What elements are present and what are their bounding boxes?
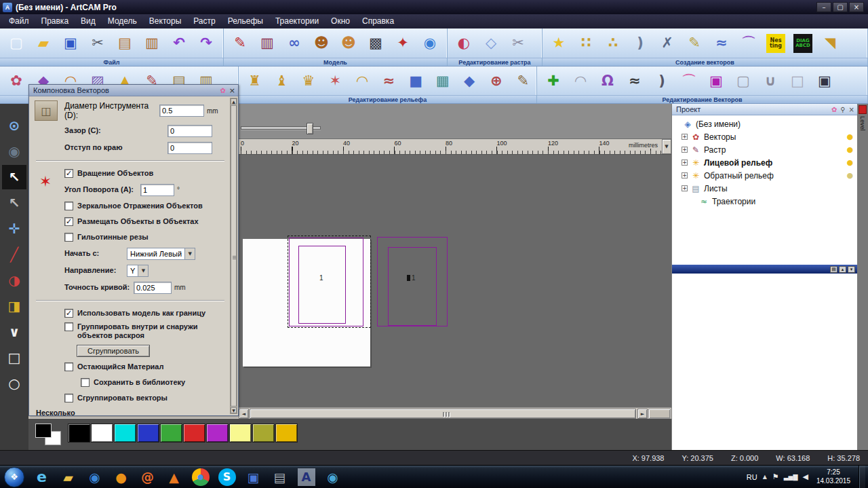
menu-item[interactable]: Рельефы	[222, 14, 269, 29]
explorer-icon[interactable]: ▰	[55, 466, 81, 488]
measure-tool[interactable]: ╱	[2, 242, 26, 267]
omega-wrap-icon[interactable]: Ω	[594, 67, 621, 94]
chevron-down-icon[interactable]: ▼	[184, 248, 195, 259]
envelope-distort-icon[interactable]: ⌒	[735, 29, 762, 58]
level-toolbar-icon[interactable]	[859, 105, 867, 114]
angle-input[interactable]	[140, 184, 174, 196]
foreground-background-swatch[interactable]	[35, 424, 62, 445]
relief-clipart-icon[interactable]: ✿	[3, 67, 30, 94]
redo-icon[interactable]: ↷	[193, 29, 220, 58]
visibility-bulb-icon[interactable]: ●	[846, 158, 853, 167]
docked-toolbar-tab[interactable]: Level	[857, 104, 868, 450]
sphere-view-icon[interactable]: ◉	[416, 29, 443, 58]
vase-shape-icon[interactable]: ♝	[269, 67, 296, 94]
ruler-scroll-button[interactable]: ▼	[662, 139, 671, 154]
tree-item[interactable]: + ✳ Обратный рельеф ●	[672, 169, 857, 182]
fax-icon[interactable]: ▤	[267, 466, 293, 488]
tree-expand-toggle[interactable]: +	[682, 172, 688, 179]
engrave-icon[interactable]: ✎	[509, 67, 536, 94]
open-model-icon[interactable]: ▰	[30, 29, 57, 58]
clock[interactable]: 7:25 14.03.2015	[814, 468, 853, 485]
edit-notes-icon[interactable]: ✎	[226, 29, 254, 58]
rect-vector-icon[interactable]: □	[784, 67, 811, 94]
skype-icon[interactable]: S	[214, 466, 240, 488]
tool-diameter-input[interactable]	[159, 105, 204, 117]
menu-item[interactable]: Траектории	[269, 14, 325, 29]
visibility-bulb-icon[interactable]: ●	[846, 145, 853, 154]
start-button[interactable]: ❖	[4, 467, 24, 487]
scrollbar-thumb[interactable]	[231, 105, 237, 407]
volume-icon[interactable]: ◀	[802, 472, 808, 481]
vlc-icon[interactable]: ▲	[161, 466, 187, 488]
offset-tool[interactable]: ◨	[2, 294, 26, 318]
copy-icon[interactable]: ▤	[111, 29, 138, 58]
rectangle-tool[interactable]: □	[2, 345, 26, 370]
shape-editor-icon[interactable]: ◇	[477, 29, 505, 58]
media-player-icon[interactable]: ◉	[81, 466, 108, 488]
vector-outline-inner[interactable]	[388, 247, 437, 326]
books-icon[interactable]: ▥	[254, 29, 281, 58]
new-model-icon[interactable]: ▢	[3, 29, 30, 58]
visibility-bulb-icon[interactable]: ●	[846, 132, 853, 141]
palette-swatch[interactable]	[275, 424, 298, 443]
tree-item[interactable]: + ✳ Лицевой рельеф ●	[672, 156, 857, 169]
panel-up-button[interactable]: ▴	[839, 266, 846, 273]
chrome-icon[interactable]: ●	[187, 466, 214, 488]
spray-texture-icon[interactable]: ✶	[322, 67, 349, 94]
dialog-close-icon[interactable]: ×	[229, 86, 235, 95]
remaining-material-checkbox[interactable]	[64, 362, 73, 371]
menu-item[interactable]: Растр	[187, 14, 221, 29]
tree-expand-toggle[interactable]: +	[682, 134, 688, 140]
guillotine-checkbox[interactable]	[64, 233, 73, 242]
star-vector-icon[interactable]: ★	[545, 29, 572, 58]
mesh-relief-icon[interactable]: ▦	[429, 67, 456, 94]
selected-vector-group[interactable]: 1	[288, 236, 371, 328]
node-edit-tool[interactable]: ↖	[2, 191, 26, 215]
slider-thumb[interactable]	[307, 123, 313, 134]
menu-item[interactable]: Вид	[75, 14, 102, 29]
palette-swatch[interactable]	[68, 424, 90, 443]
palette-swatch[interactable]	[206, 424, 229, 443]
dome-tool-icon[interactable]: ◠	[567, 67, 594, 94]
menu-item[interactable]: Справка	[356, 14, 400, 29]
transform-tool[interactable]: ✛	[2, 217, 26, 241]
scroll-left-button[interactable]: ◄	[239, 409, 249, 419]
fill-tool[interactable]: ◑	[2, 268, 26, 293]
extrude-block-icon[interactable]: ■	[402, 67, 429, 94]
dome-shape-icon[interactable]: ◠	[349, 67, 376, 94]
group-in-out-checkbox[interactable]	[64, 322, 73, 331]
pin-icon[interactable]: ⚲	[840, 106, 845, 113]
polyline-tool[interactable]: ∨	[2, 320, 26, 344]
vector-outline-inner[interactable]	[298, 246, 346, 324]
paste-along-curve-icon[interactable]: ∴	[599, 29, 627, 58]
star-sphere-icon[interactable]: ⊕	[483, 67, 510, 94]
greyscale-view-icon[interactable]: ▩	[362, 29, 389, 58]
menu-item[interactable]: Окно	[325, 14, 356, 29]
view-3d-tool[interactable]: ◉	[2, 139, 26, 164]
mail-agent-icon[interactable]: @	[134, 466, 161, 488]
scroll-down-button[interactable]: ▼	[231, 407, 237, 413]
tree-expand-toggle[interactable]: +	[682, 159, 688, 166]
minimize-button[interactable]: –	[816, 2, 831, 12]
palette-swatch[interactable]	[252, 424, 275, 443]
facet-relief-icon[interactable]: ◆	[456, 67, 483, 94]
scroll-right-button[interactable]: ►	[637, 409, 648, 419]
nest-inside-checkbox[interactable]: ✓	[64, 217, 73, 226]
group-button[interactable]: Сгруппировать	[77, 345, 150, 357]
select-vectors-tool[interactable]: ↖	[2, 165, 26, 189]
hidden-icons-button[interactable]: ▲	[763, 474, 767, 480]
paste-icon[interactable]: ▥	[138, 29, 165, 58]
stereo-view-icon[interactable]: ∞	[281, 29, 308, 58]
nesting-icon[interactable]: Nes ting	[762, 29, 789, 58]
group-vectors-checkbox[interactable]	[64, 394, 73, 402]
trim-vectors-icon[interactable]: ✗	[654, 29, 681, 58]
backup-icon[interactable]: ▣	[240, 466, 267, 488]
undo-icon[interactable]: ↶	[165, 29, 193, 58]
palette-swatch[interactable]	[229, 424, 252, 443]
maximize-button[interactable]: ▢	[833, 2, 848, 12]
freehand-vector-icon[interactable]: ✎	[681, 29, 708, 58]
smoothing-slider[interactable]	[241, 126, 321, 130]
distort-curve-icon[interactable]: ≈	[621, 67, 648, 94]
tolerance-input[interactable]	[134, 282, 172, 294]
ellipse-tool[interactable]: ○	[2, 371, 26, 396]
